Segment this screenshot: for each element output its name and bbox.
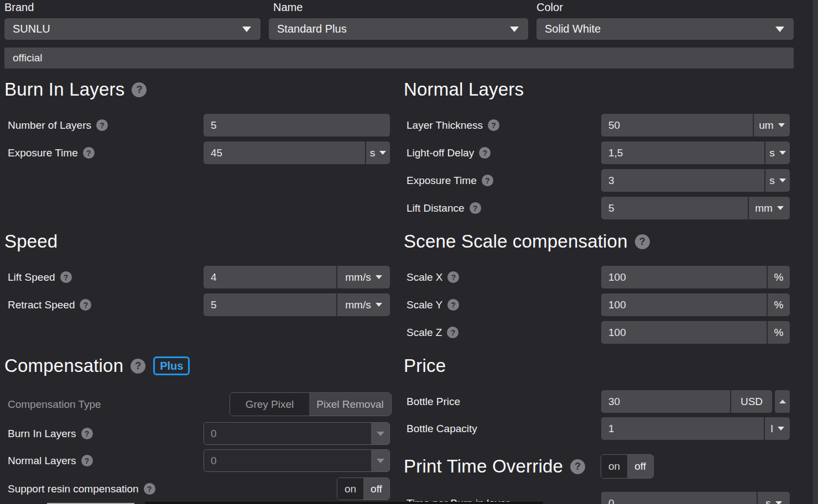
help-icon[interactable]: ?: [482, 175, 493, 186]
currency-dropdown-button[interactable]: [775, 390, 790, 413]
light-off-delay-input[interactable]: 1,5 s: [601, 141, 790, 164]
layer-thickness-input[interactable]: 50 um: [601, 114, 790, 136]
compensation-type-label-text: Compensation Type: [8, 398, 101, 411]
help-icon[interactable]: ?: [570, 459, 585, 474]
help-icon[interactable]: ?: [470, 202, 481, 214]
color-select[interactable]: Solid White: [536, 18, 794, 40]
help-icon[interactable]: ?: [635, 234, 650, 249]
compensation-type-label: Compensation Type: [8, 398, 230, 411]
bottle-capacity-unit-dropdown[interactable]: l: [764, 417, 790, 440]
scale-y-input[interactable]: 100 %: [601, 293, 790, 316]
comp-burn-in-layers-value[interactable]: 0: [204, 423, 371, 444]
retract-speed-unit-dropdown[interactable]: mm/s: [336, 293, 390, 316]
toggle-on-option[interactable]: on: [601, 455, 627, 478]
lift-distance-label: Lift Distance ?: [407, 202, 601, 214]
help-icon[interactable]: ?: [132, 82, 147, 97]
scale-x-value[interactable]: 100: [601, 266, 767, 288]
scale-z-value[interactable]: 100: [601, 321, 767, 344]
help-icon[interactable]: ?: [488, 119, 499, 131]
toggle-on-option[interactable]: on: [337, 478, 363, 500]
number-of-layers-input[interactable]: 5: [204, 114, 390, 136]
help-icon[interactable]: ?: [479, 147, 491, 159]
chevron-down-icon: [379, 151, 386, 155]
help-icon[interactable]: ?: [81, 428, 93, 439]
bottle-capacity-input[interactable]: 1 l: [601, 417, 790, 440]
lift-distance-label-text: Lift Distance: [407, 202, 465, 214]
scale-y-value[interactable]: 100: [601, 293, 767, 316]
light-off-delay-value[interactable]: 1,5: [601, 141, 764, 164]
help-icon[interactable]: ?: [447, 271, 459, 283]
number-of-layers-label-text: Number of Layers: [8, 119, 91, 132]
light-off-delay-unit-dropdown[interactable]: s: [764, 141, 790, 164]
scale-x-input[interactable]: 100 %: [601, 266, 790, 288]
scale-z-input[interactable]: 100 %: [601, 321, 790, 344]
layer-thickness-value[interactable]: 50: [601, 114, 753, 136]
section-price: Price Bottle Price 30 USD Bottle Capacit…: [403, 354, 813, 445]
lift-speed-input[interactable]: 4 mm/s: [204, 266, 390, 288]
unit-text: l: [770, 423, 773, 435]
chevron-down-icon: [510, 18, 519, 40]
section-compensation: Compensation ? Plus Compensation Type Gr…: [0, 354, 398, 504]
help-icon[interactable]: ?: [447, 299, 459, 311]
scale-z-label: Scale Z ?: [407, 327, 601, 339]
bottle-capacity-value[interactable]: 1: [601, 417, 764, 440]
bottle-price-currency[interactable]: USD: [730, 390, 772, 413]
burnin-exposure-time-label: Exposure Time ?: [8, 147, 204, 159]
time-per-burn-in-layer-value[interactable]: 0: [601, 492, 757, 504]
help-icon[interactable]: ?: [60, 271, 72, 283]
normal-exposure-time-unit-dropdown[interactable]: s: [764, 169, 790, 192]
bottle-price-input[interactable]: 30 USD: [601, 390, 772, 413]
help-icon[interactable]: ?: [80, 299, 91, 311]
normal-exposure-time-input[interactable]: 3 s: [601, 169, 790, 192]
layer-thickness-label: Layer Thickness ?: [407, 119, 601, 132]
time-per-burn-in-layer-input[interactable]: 0 s: [601, 492, 790, 504]
retract-speed-row: Retract Speed ? 5 mm/s: [0, 293, 398, 316]
help-icon[interactable]: ?: [447, 327, 459, 338]
burnin-exposure-time-value[interactable]: 45: [204, 141, 365, 164]
retract-speed-input[interactable]: 5 mm/s: [204, 293, 390, 316]
comp-normal-layers-value[interactable]: 0: [204, 450, 371, 471]
comp-normal-layers-label: Normal Layers ?: [8, 455, 204, 467]
lift-speed-value[interactable]: 4: [204, 266, 336, 288]
chevron-up-icon: [779, 400, 786, 403]
help-icon[interactable]: ?: [83, 147, 95, 159]
lift-distance-row: Lift Distance ? 5 mm: [403, 197, 813, 219]
scale-y-row: Scale Y ? 100 %: [403, 293, 813, 316]
help-icon[interactable]: ?: [131, 359, 145, 374]
option-grey-pixel[interactable]: Grey Pixel: [230, 393, 309, 416]
lift-speed-unit-dropdown[interactable]: mm/s: [336, 266, 390, 288]
chevron-down-icon: [376, 275, 382, 279]
lift-distance-unit-dropdown[interactable]: mm: [748, 197, 790, 219]
stepper-dropdown-button[interactable]: [371, 450, 389, 471]
burnin-exposure-time-input[interactable]: 45 s: [204, 141, 390, 164]
comp-normal-layers-input[interactable]: 0: [204, 449, 390, 472]
help-icon[interactable]: ?: [81, 455, 93, 466]
lift-distance-input[interactable]: 5 mm: [601, 197, 790, 219]
scale-y-unit: %: [767, 293, 790, 316]
toggle-off-option[interactable]: off: [627, 455, 653, 478]
comp-burn-in-layers-input[interactable]: 0: [204, 422, 390, 445]
time-per-burn-in-layer-unit-dropdown[interactable]: s: [757, 492, 790, 504]
plus-badge[interactable]: Plus: [153, 356, 190, 375]
normal-exposure-time-value[interactable]: 3: [601, 169, 764, 192]
bottle-price-value[interactable]: 30: [601, 390, 730, 413]
lift-distance-value[interactable]: 5: [601, 197, 748, 219]
profile-tag-bar: official: [4, 48, 794, 69]
scrollbar-track[interactable]: [813, 0, 818, 504]
option-pixel-removal[interactable]: Pixel Removal: [309, 393, 391, 416]
burnin-exposure-time-unit-dropdown[interactable]: s: [365, 141, 390, 164]
number-of-layers-row: Number of Layers ? 5: [0, 114, 398, 136]
light-off-delay-row: Light-off Delay ? 1,5 s: [403, 141, 813, 164]
chevron-down-icon: [775, 501, 782, 504]
toggle-off-option[interactable]: off: [363, 478, 389, 500]
retract-speed-value[interactable]: 5: [204, 293, 336, 316]
layer-thickness-unit-dropdown[interactable]: um: [753, 114, 790, 136]
name-select[interactable]: Standard Plus: [269, 18, 528, 40]
brand-select[interactable]: SUNLU: [4, 18, 260, 40]
stepper-dropdown-button[interactable]: [371, 423, 389, 444]
help-icon[interactable]: ?: [96, 119, 108, 131]
scene-scale-title-text: Scene Scale compensation: [404, 231, 628, 252]
color-select-value: Solid White: [545, 23, 601, 35]
help-icon[interactable]: ?: [144, 483, 155, 495]
number-of-layers-value[interactable]: 5: [204, 114, 390, 136]
